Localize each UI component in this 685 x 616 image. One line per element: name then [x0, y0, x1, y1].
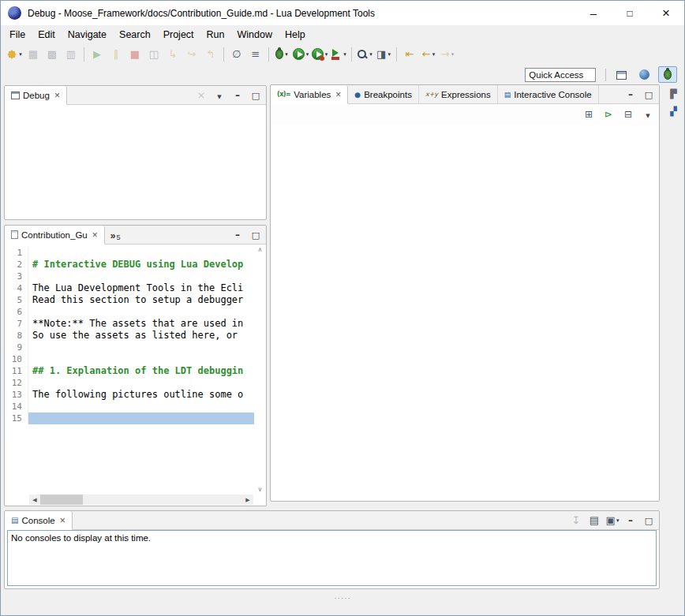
- open-task-button[interactable]: ◨: [375, 46, 392, 63]
- editor-line[interactable]: 14: [5, 401, 254, 413]
- step-over-button[interactable]: ↪: [183, 46, 200, 63]
- restore-view-button[interactable]: ▛: [665, 86, 682, 102]
- tab-interactive-console[interactable]: ▤ Interactive Console: [498, 85, 599, 103]
- menu-search[interactable]: Search: [113, 27, 157, 43]
- external-tools-button[interactable]: [330, 46, 347, 63]
- menu-navigate[interactable]: Navigate: [62, 27, 113, 43]
- line-text[interactable]: Read this section to setup a debugger: [28, 294, 254, 306]
- use-step-filters-button[interactable]: ≡: [247, 46, 264, 63]
- minimize-window-button[interactable]: [575, 1, 612, 25]
- minimize-view-button[interactable]: [231, 229, 244, 241]
- save-button[interactable]: ▦: [24, 46, 42, 63]
- view-menu-button[interactable]: [642, 108, 654, 121]
- horizontal-scrollbar[interactable]: [29, 495, 253, 505]
- menu-help[interactable]: Help: [279, 27, 312, 43]
- resume-button[interactable]: ▶: [88, 46, 106, 63]
- remove-all-terminated-button[interactable]: [195, 89, 208, 102]
- hidden-editors-indicator[interactable]: 5: [105, 226, 126, 244]
- quick-access-box[interactable]: Quick Access: [525, 68, 596, 82]
- line-number[interactable]: 8: [5, 330, 28, 342]
- scroll-down-icon[interactable]: [258, 486, 263, 493]
- maximize-view-button[interactable]: [642, 514, 655, 527]
- pin-console-button[interactable]: ↧: [570, 514, 582, 527]
- line-number[interactable]: 2: [5, 259, 28, 271]
- new-wizard-button[interactable]: [6, 46, 23, 63]
- show-type-names-button[interactable]: ⊞: [582, 108, 595, 121]
- debug-button[interactable]: [273, 46, 290, 63]
- search-button[interactable]: [356, 46, 373, 63]
- menu-project[interactable]: Project: [157, 27, 200, 43]
- tab-close-icon[interactable]: [54, 90, 60, 101]
- debug-perspective-button[interactable]: [658, 66, 677, 83]
- editor-line[interactable]: 8 So use the assets as listed here, or: [5, 330, 254, 342]
- view-menu-button[interactable]: [213, 89, 226, 102]
- minimize-view-button[interactable]: [624, 514, 637, 527]
- editor-line[interactable]: 5 Read this section to setup a debugger: [5, 294, 254, 306]
- code-area[interactable]: 1 2 # Interactive DEBUG using Lua Develo…: [5, 245, 254, 495]
- scroll-right-icon[interactable]: [242, 497, 253, 503]
- line-text[interactable]: [28, 342, 254, 353]
- maximize-view-button[interactable]: [249, 89, 262, 102]
- tab-debug[interactable]: Debug: [5, 86, 67, 105]
- line-text[interactable]: [28, 247, 254, 259]
- line-number[interactable]: 5: [5, 294, 28, 306]
- line-number[interactable]: 12: [5, 377, 28, 389]
- menu-run[interactable]: Run: [200, 27, 231, 43]
- tab-expressions[interactable]: x+y Expressions: [419, 85, 498, 103]
- line-number[interactable]: 1: [5, 247, 28, 259]
- profile-button[interactable]: [311, 46, 328, 63]
- last-edit-location-button[interactable]: ⇤: [401, 46, 418, 63]
- editor-line[interactable]: 10: [5, 353, 254, 365]
- line-text[interactable]: # Interactive DEBUG using Lua Develop: [28, 259, 254, 271]
- editor-line[interactable]: 9: [5, 342, 254, 353]
- vertical-scrollbar[interactable]: [255, 246, 265, 493]
- run-button[interactable]: [292, 46, 309, 63]
- tab-contribution-guide[interactable]: Contribution_Gu: [5, 226, 105, 245]
- line-text[interactable]: So use the assets as listed here, or: [28, 330, 254, 342]
- show-logical-structures-button[interactable]: ⊳: [602, 108, 615, 121]
- line-number[interactable]: 13: [5, 389, 28, 401]
- menu-edit[interactable]: Edit: [32, 27, 62, 43]
- line-number[interactable]: 11: [5, 365, 28, 377]
- editor-line[interactable]: 3: [5, 271, 254, 282]
- line-text[interactable]: [28, 353, 254, 365]
- step-return-button[interactable]: ↰: [202, 46, 219, 63]
- maximize-view-button[interactable]: [249, 229, 262, 241]
- minimized-view-button[interactable]: ▞: [665, 103, 682, 119]
- tab-close-icon[interactable]: [60, 515, 66, 526]
- editor-line[interactable]: 7 **Note:** The assets that are used in: [5, 318, 254, 330]
- line-text[interactable]: ## 1. Explanation of the LDT debuggin: [28, 365, 254, 377]
- line-text[interactable]: [28, 271, 254, 282]
- line-text[interactable]: **Note:** The assets that are used in: [28, 318, 254, 330]
- open-console-button[interactable]: ▣: [606, 514, 619, 527]
- line-number[interactable]: 9: [5, 342, 28, 353]
- maximize-view-button[interactable]: [642, 88, 655, 101]
- back-button[interactable]: ←: [420, 46, 437, 63]
- display-selected-console-button[interactable]: ▤: [588, 514, 601, 527]
- menu-window[interactable]: Window: [231, 27, 279, 43]
- line-text[interactable]: [28, 306, 254, 318]
- minimize-view-button[interactable]: [231, 89, 244, 102]
- editor-line[interactable]: 6: [5, 306, 254, 318]
- tab-close-icon[interactable]: [92, 230, 98, 241]
- editor-line[interactable]: 4 The Lua Development Tools in the Ecli: [5, 282, 254, 294]
- close-window-button[interactable]: [648, 1, 684, 25]
- line-number[interactable]: 7: [5, 318, 28, 330]
- editor-line[interactable]: 1: [5, 247, 254, 259]
- editor-line[interactable]: 11 ## 1. Explanation of the LDT debuggin: [5, 365, 254, 377]
- line-number[interactable]: 10: [5, 353, 28, 365]
- minimize-view-button[interactable]: [624, 88, 637, 101]
- scroll-left-icon[interactable]: [29, 497, 40, 503]
- line-number[interactable]: 6: [5, 306, 28, 318]
- line-text[interactable]: [28, 401, 254, 413]
- line-number[interactable]: 3: [5, 271, 28, 282]
- print-button[interactable]: ▥: [62, 46, 80, 63]
- line-number[interactable]: 15: [5, 413, 28, 424]
- tab-close-icon[interactable]: [335, 89, 341, 100]
- line-number[interactable]: 4: [5, 282, 28, 294]
- line-number[interactable]: 14: [5, 401, 28, 413]
- splitter-handle-icon[interactable]: [334, 592, 351, 603]
- open-perspective-button[interactable]: [612, 67, 631, 84]
- tab-breakpoints[interactable]: ● Breakpoints: [348, 85, 419, 103]
- suspend-button[interactable]: ‖: [107, 46, 125, 63]
